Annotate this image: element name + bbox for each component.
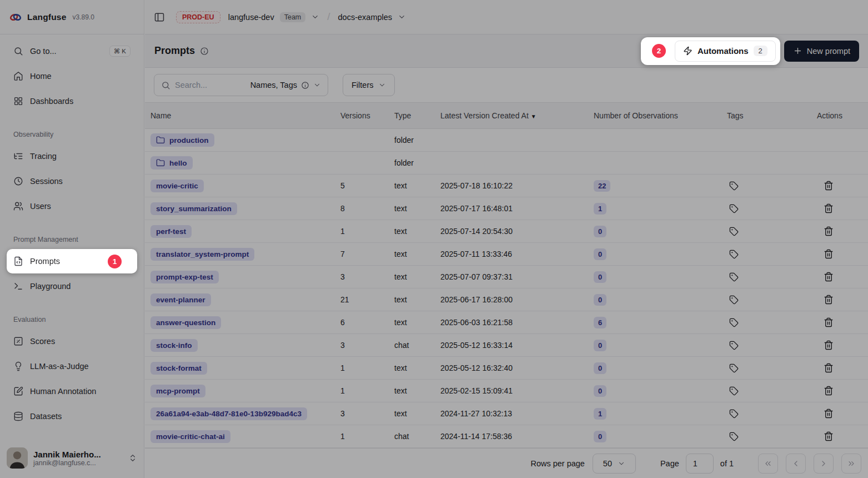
prompt-name-pill[interactable]: movie-critic bbox=[150, 180, 204, 192]
delete-prompt-button[interactable] bbox=[821, 292, 836, 307]
add-tag-button[interactable] bbox=[727, 430, 741, 444]
info-icon[interactable] bbox=[200, 47, 209, 56]
prompt-name-pill[interactable]: production bbox=[150, 133, 214, 147]
add-tag-button[interactable] bbox=[727, 270, 741, 284]
prompt-name-pill[interactable]: story_summarization bbox=[150, 202, 237, 215]
delete-prompt-button[interactable] bbox=[821, 361, 836, 375]
versions-cell: 1 bbox=[335, 432, 389, 441]
last-page-button[interactable] bbox=[841, 454, 861, 474]
add-tag-button[interactable] bbox=[727, 225, 741, 238]
next-page-button[interactable] bbox=[814, 454, 834, 474]
prompt-name-pill[interactable]: translator_system-prompt bbox=[150, 248, 254, 261]
add-tag-button[interactable] bbox=[727, 384, 741, 398]
first-page-button[interactable] bbox=[758, 454, 778, 474]
prompt-name-pill[interactable]: movie-critic-chat-ai bbox=[150, 430, 230, 443]
delete-prompt-button[interactable] bbox=[821, 201, 836, 216]
table-row[interactable]: stock-info3chat2025-05-12 16:33:140 bbox=[145, 334, 868, 357]
table-row[interactable]: perf-test1text2025-07-14 20:54:300 bbox=[145, 220, 868, 243]
table-row[interactable]: story_summarization8text2025-07-17 16:48… bbox=[145, 197, 868, 220]
add-tag-button[interactable] bbox=[727, 247, 741, 261]
sidebar-toggle-icon[interactable] bbox=[154, 12, 165, 23]
sidebar-item-llm-as-a-judge[interactable]: LLM-as-a-Judge bbox=[7, 354, 137, 379]
sidebar-item-users[interactable]: Users bbox=[7, 194, 137, 218]
table-row[interactable]: movie-critic5text2025-07-18 16:10:2222 bbox=[145, 175, 868, 197]
prompt-name-pill[interactable]: stock-format bbox=[150, 362, 207, 375]
add-tag-button[interactable] bbox=[727, 179, 741, 193]
delete-prompt-button[interactable] bbox=[821, 247, 836, 261]
column-header-name[interactable]: Name bbox=[145, 111, 335, 120]
sidebar-item-dashboards[interactable]: Dashboards bbox=[7, 89, 137, 113]
prompt-name-pill[interactable]: prompt-exp-test bbox=[150, 271, 219, 283]
add-tag-button[interactable] bbox=[727, 293, 741, 307]
goto-search-item[interactable]: Go to... ⌘ K bbox=[7, 39, 137, 63]
prompt-name-pill[interactable]: stock-info bbox=[150, 339, 198, 352]
prompt-name-pill[interactable]: 26a61a94-e3ab-48d7-81e0-13b929bad4c3 bbox=[150, 407, 307, 420]
table-row[interactable]: stock-format1text2025-05-12 16:32:400 bbox=[145, 357, 868, 380]
org-switcher[interactable]: langfuse-dev Team bbox=[228, 12, 320, 22]
table-row[interactable]: event-planner21text2025-06-17 16:28:000 bbox=[145, 288, 868, 311]
add-tag-button[interactable] bbox=[727, 361, 741, 375]
delete-prompt-button[interactable] bbox=[821, 224, 836, 238]
new-prompt-button[interactable]: New prompt bbox=[784, 41, 859, 62]
header-actions: 2 Automations 2 New prompt bbox=[641, 37, 859, 65]
delete-prompt-button[interactable] bbox=[821, 178, 836, 193]
type-cell: folder bbox=[389, 158, 435, 167]
prompt-name-pill[interactable]: answer-question bbox=[150, 316, 221, 329]
previous-page-button[interactable] bbox=[786, 454, 806, 474]
column-header-number-of-observations[interactable]: Number of Observations bbox=[588, 111, 721, 120]
table-row[interactable]: mcp-prompt1text2025-02-15 15:09:410 bbox=[145, 380, 868, 402]
prompt-name-pill[interactable]: event-planner bbox=[150, 293, 211, 306]
filters-button[interactable]: Filters bbox=[343, 74, 395, 96]
annotation-step-1-badge: 1 bbox=[108, 255, 122, 268]
column-header-tags[interactable]: Tags bbox=[721, 111, 811, 120]
add-tag-button[interactable] bbox=[727, 407, 741, 421]
sidebar-item-prompts[interactable]: Prompts1 bbox=[7, 249, 137, 273]
automations-annotation-highlight: 2 Automations 2 bbox=[641, 37, 780, 65]
sidebar-item-tracing[interactable]: Tracing bbox=[7, 144, 137, 168]
delete-prompt-button[interactable] bbox=[821, 384, 836, 398]
search-input[interactable] bbox=[175, 81, 246, 89]
delete-prompt-button[interactable] bbox=[821, 406, 836, 421]
versions-cell: 3 bbox=[335, 409, 389, 418]
user-menu[interactable]: Jannik Maierho... jannik@langfuse.c... bbox=[0, 442, 144, 478]
delete-prompt-button[interactable] bbox=[821, 429, 836, 444]
column-header-latest-version-created-at[interactable]: Latest Version Created At▼ bbox=[435, 111, 588, 120]
table-row[interactable]: hellofolder bbox=[145, 152, 868, 175]
sidebar-item-human-annotation[interactable]: Human Annotation bbox=[7, 379, 137, 404]
prompt-name: perf-test bbox=[156, 227, 186, 236]
sidebar-item-label: LLM-as-a-Judge bbox=[30, 362, 89, 371]
delete-prompt-button[interactable] bbox=[821, 315, 836, 330]
prompt-name-pill[interactable]: hello bbox=[150, 156, 193, 170]
table-row[interactable]: prompt-exp-test3text2025-07-07 09:37:310 bbox=[145, 266, 868, 288]
search-scope-select[interactable]: Names, Tags bbox=[250, 81, 321, 89]
table-row[interactable]: productionfolder bbox=[145, 129, 868, 152]
sidebar-item-sessions[interactable]: Sessions bbox=[7, 169, 137, 193]
table-row[interactable]: 26a61a94-e3ab-48d7-81e0-13b929bad4c33tex… bbox=[145, 402, 868, 425]
table-row[interactable]: translator_system-prompt7text2025-07-11 … bbox=[145, 243, 868, 266]
prompt-name-pill[interactable]: perf-test bbox=[150, 225, 192, 238]
column-header-versions[interactable]: Versions bbox=[335, 111, 389, 120]
project-switcher[interactable]: docs-examples bbox=[338, 13, 407, 22]
delete-prompt-button[interactable] bbox=[821, 270, 836, 284]
add-tag-button[interactable] bbox=[727, 338, 741, 352]
sidebar-item-datasets[interactable]: Datasets bbox=[7, 404, 137, 429]
add-tag-button[interactable] bbox=[727, 316, 741, 330]
prompt-name-pill[interactable]: mcp-prompt bbox=[150, 385, 205, 397]
delete-prompt-button[interactable] bbox=[821, 338, 836, 352]
trash-icon bbox=[824, 317, 834, 327]
sidebar-item-scores[interactable]: Scores bbox=[7, 329, 137, 353]
column-header-actions[interactable]: Actions bbox=[811, 111, 868, 120]
observations-count-badge: 0 bbox=[594, 362, 606, 374]
automations-button[interactable]: Automations 2 bbox=[675, 41, 776, 62]
add-tag-button[interactable] bbox=[727, 202, 741, 216]
sidebar-item-home[interactable]: Home bbox=[7, 64, 137, 88]
page-total-label: of 1 bbox=[720, 459, 734, 468]
automations-count-badge: 2 bbox=[754, 46, 767, 56]
rows-per-page-select[interactable]: 50 bbox=[593, 454, 636, 474]
tag-icon bbox=[729, 272, 739, 282]
table-row[interactable]: movie-critic-chat-ai1chat2024-11-14 17:5… bbox=[145, 425, 868, 448]
table-row[interactable]: answer-question6text2025-06-03 16:21:586 bbox=[145, 311, 868, 334]
column-header-type[interactable]: Type bbox=[389, 111, 435, 120]
sidebar-item-playground[interactable]: Playground bbox=[7, 274, 137, 298]
page-number-input[interactable] bbox=[686, 454, 714, 474]
